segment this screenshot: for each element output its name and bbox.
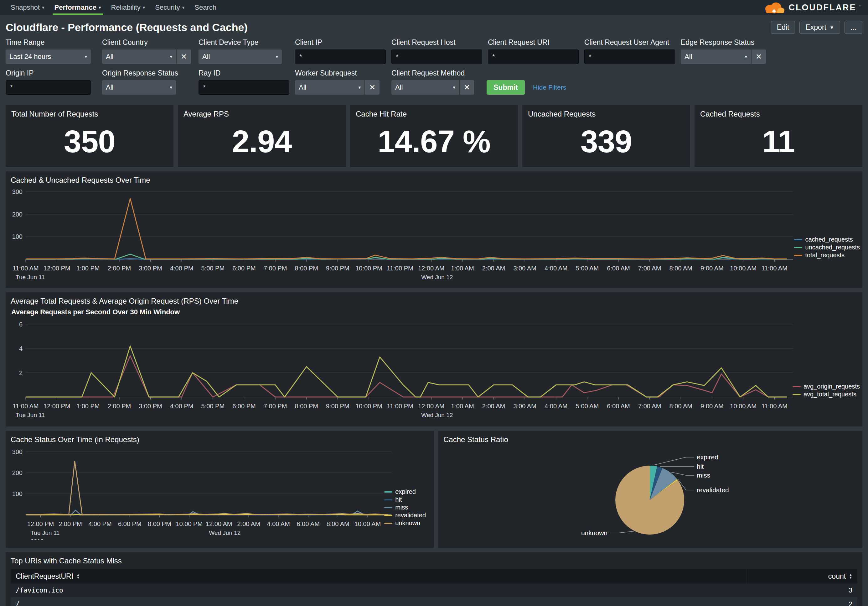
legend-label: avg_total_requests bbox=[803, 391, 856, 398]
filter-client-country-select[interactable]: All▾ bbox=[102, 50, 176, 64]
nav-item-search[interactable]: Search bbox=[189, 0, 222, 15]
svg-text:6:00 PM: 6:00 PM bbox=[118, 521, 141, 527]
filter-client-device-type-label: Client Device Type bbox=[198, 38, 289, 47]
svg-text:3:00 PM: 3:00 PM bbox=[139, 265, 162, 272]
legend-label: hit bbox=[395, 496, 402, 503]
nav-item-reliability[interactable]: Reliability▾ bbox=[106, 0, 150, 15]
filter-client-request-uri-input[interactable] bbox=[488, 50, 579, 64]
select-value: All bbox=[202, 53, 273, 61]
submit-button[interactable]: Submit bbox=[487, 80, 525, 95]
filter-edge-response-status-label: Edge Response Status bbox=[681, 38, 772, 47]
chart-title: Cached & Uncached Requests Over Time bbox=[11, 176, 857, 185]
filter-worker-subrequest-select[interactable]: All▾ bbox=[295, 80, 364, 95]
chevron-down-icon: ▾ bbox=[143, 5, 145, 10]
filter-worker-subrequest-clear-button[interactable]: ✕ bbox=[365, 80, 380, 95]
legend-item-avg-origin-requests[interactable]: avg_origin_requests bbox=[792, 382, 860, 390]
legend-item-hit[interactable]: hit bbox=[384, 496, 426, 503]
filter-group-client-request-host: Client Request Host bbox=[391, 38, 482, 64]
chevron-down-icon: ▾ bbox=[276, 54, 278, 59]
column-header-count[interactable]: count ▲▼ bbox=[747, 569, 857, 583]
legend-item-cached-requests[interactable]: cached_requests bbox=[794, 236, 860, 244]
legend-item-total-requests[interactable]: total_requests bbox=[794, 251, 860, 259]
filter-client-ip-label: Client IP bbox=[295, 38, 386, 47]
legend-item-uncached-requests[interactable]: uncached_requests bbox=[794, 244, 860, 251]
table-title: Top URIs with Cache Status Miss bbox=[11, 556, 857, 565]
cache-status-over-time-chart[interactable]: 10020030012:00 PMTue Jun 1120192:00 PM4:… bbox=[11, 446, 429, 540]
stat-value: 339 bbox=[528, 123, 685, 160]
select-value: Last 24 hours bbox=[9, 53, 82, 61]
svg-text:4:00 PM: 4:00 PM bbox=[88, 521, 112, 527]
svg-text:12:00 PM: 12:00 PM bbox=[43, 265, 70, 272]
chevron-down-icon: ▾ bbox=[170, 85, 172, 90]
page-title: Cloudflare - Performance (Requests and C… bbox=[6, 21, 248, 34]
legend-item-miss[interactable]: miss bbox=[384, 503, 426, 511]
svg-text:8:00 PM: 8:00 PM bbox=[294, 402, 318, 410]
svg-text:7:00 PM: 7:00 PM bbox=[264, 402, 287, 410]
top-uris-table: ClientRequestURI ▲▼ count ▲▼ /favicon.ic… bbox=[11, 569, 857, 606]
stat-label: Cached Requests bbox=[700, 110, 857, 118]
filter-client-request-method-clear-button[interactable]: ✕ bbox=[460, 80, 474, 95]
cached-uncached-requests-chart[interactable]: 10020030011:00 AMTue Jun 11201912:00 PM1… bbox=[11, 186, 857, 283]
average-rps-chart[interactable]: 24611:00 AMTue Jun 11201912:00 PM1:00 PM… bbox=[11, 317, 857, 421]
filter-client-request-user-agent-input[interactable] bbox=[584, 50, 675, 64]
nav-item-security[interactable]: Security▾ bbox=[150, 0, 189, 15]
svg-text:8:00 AM: 8:00 AM bbox=[670, 265, 692, 272]
filter-client-country-clear-button[interactable]: ✕ bbox=[177, 50, 191, 64]
filter-origin-response-status-select[interactable]: All▾ bbox=[102, 80, 176, 95]
filter-edge-response-status-clear-button[interactable]: ✕ bbox=[752, 50, 766, 64]
stat-label: Total Number of Requests bbox=[11, 110, 168, 118]
legend-item-avg-total-requests[interactable]: avg_total_requests bbox=[792, 390, 860, 398]
hide-filters-link[interactable]: Hide Filters bbox=[533, 84, 566, 91]
more-button[interactable]: ... bbox=[845, 21, 862, 34]
column-header-clientrequesturi[interactable]: ClientRequestURI ▲▼ bbox=[11, 569, 747, 583]
filter-edge-response-status-select[interactable]: All▾ bbox=[681, 50, 751, 64]
select-value: All bbox=[395, 83, 450, 92]
nav-item-performance[interactable]: Performance▾ bbox=[50, 0, 106, 15]
filter-origin-ip-input[interactable] bbox=[6, 80, 91, 95]
cache-status-ratio-pie-chart[interactable]: expiredhitmissrevalidatedunknown bbox=[443, 446, 857, 540]
panel-average-rps-over-time: Average Total Requests & Average Origin … bbox=[6, 292, 862, 426]
svg-text:12:00 AM: 12:00 AM bbox=[418, 402, 445, 410]
svg-text:10:00 AM: 10:00 AM bbox=[730, 265, 756, 272]
svg-text:4:00 AM: 4:00 AM bbox=[267, 521, 290, 527]
filter-client-device-type-select[interactable]: All▾ bbox=[198, 50, 282, 64]
table-body: /favicon.ico3/2 bbox=[11, 583, 857, 606]
nav-item-label: Performance bbox=[54, 3, 97, 12]
svg-text:100: 100 bbox=[12, 490, 23, 497]
filter-client-request-method-select[interactable]: All▾ bbox=[391, 80, 459, 95]
more-button-label: ... bbox=[851, 23, 856, 32]
nav-item-snapshot[interactable]: Snapshot▾ bbox=[6, 0, 50, 15]
svg-text:11:00 AM: 11:00 AM bbox=[12, 402, 39, 410]
filter-group-client-device-type: Client Device TypeAll▾ bbox=[198, 38, 289, 64]
edit-button[interactable]: Edit bbox=[771, 21, 795, 34]
svg-text:8:00 AM: 8:00 AM bbox=[326, 521, 349, 527]
filter-group-time-range: Time RangeLast 24 hours▾ bbox=[6, 38, 96, 64]
filter-group-client-request-method: Client Request MethodAll▾✕ bbox=[391, 69, 482, 95]
sort-icon: ▲▼ bbox=[849, 573, 852, 579]
brand-wordmark: CLOUDFLARE bbox=[789, 3, 856, 12]
filter-client-request-host-input[interactable] bbox=[391, 50, 482, 64]
svg-text:10:00 AM: 10:00 AM bbox=[730, 402, 756, 410]
table-row: /2 bbox=[11, 597, 857, 606]
export-button[interactable]: Export▼ bbox=[800, 21, 840, 34]
filter-ray-id-input[interactable] bbox=[198, 80, 289, 95]
pie-label-unknown: unknown bbox=[581, 529, 608, 536]
column-header-label: ClientRequestURI bbox=[16, 572, 73, 581]
filter-origin-ip-label: Origin IP bbox=[6, 69, 96, 78]
legend-item-revalidated[interactable]: revalidated bbox=[384, 511, 426, 519]
filters-row-1: Time RangeLast 24 hours▾Client CountryAl… bbox=[6, 38, 862, 64]
legend-item-unknown[interactable]: unknown bbox=[384, 519, 426, 527]
chevron-down-icon: ▾ bbox=[358, 85, 361, 90]
legend-swatch bbox=[794, 255, 802, 256]
svg-text:11:00 AM: 11:00 AM bbox=[761, 265, 787, 272]
nav-item-label: Security bbox=[155, 3, 180, 12]
filter-client-ip-input[interactable] bbox=[295, 50, 386, 64]
legend-item-expired[interactable]: expired bbox=[384, 488, 426, 496]
pie-label-revalidated: revalidated bbox=[697, 486, 729, 494]
svg-text:5:00 PM: 5:00 PM bbox=[202, 265, 225, 272]
legend-swatch bbox=[794, 239, 802, 240]
chevron-down-icon: ▾ bbox=[745, 54, 747, 59]
filter-time-range-select[interactable]: Last 24 hours▾ bbox=[6, 50, 91, 64]
svg-text:2:00 PM: 2:00 PM bbox=[108, 265, 131, 272]
stat-panel-uncached-requests: Uncached Requests339 bbox=[522, 105, 690, 167]
